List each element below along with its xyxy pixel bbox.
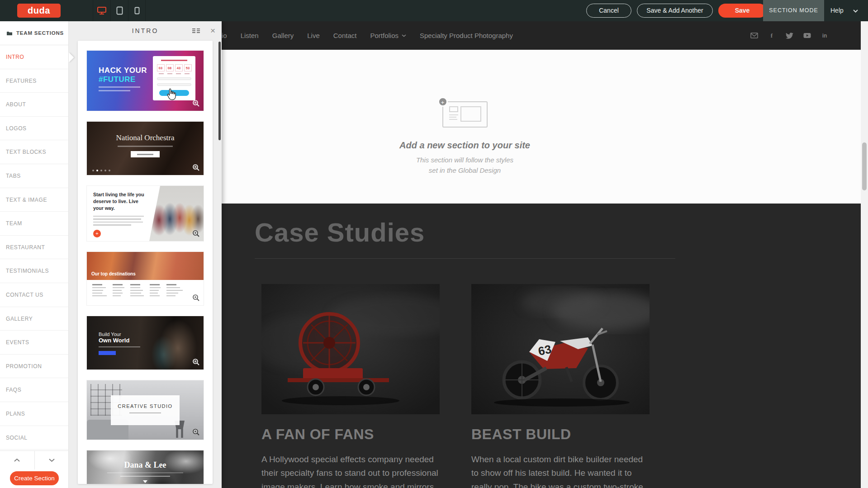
top-bar: duda Cancel Save & Add Another: [0, 0, 868, 21]
zoom-preview-icon[interactable]: [192, 428, 200, 436]
sidebar-item[interactable]: FEATURES: [0, 69, 68, 93]
sidebar-item[interactable]: ABOUT: [0, 93, 68, 117]
save-button[interactable]: Save: [718, 4, 766, 18]
thumb-title: Our top destinations: [91, 271, 136, 276]
sidebar-item[interactable]: SOCIAL: [0, 426, 68, 450]
sidebar-item[interactable]: CONTACT US: [0, 283, 68, 307]
sidebar-header: TEAM SECTIONS: [0, 21, 68, 45]
layout-view-icon[interactable]: [192, 28, 200, 34]
template-thumbnail-top-destinations[interactable]: Our top destinations: [87, 252, 204, 305]
thumb-button: [131, 151, 160, 157]
zoom-preview-icon[interactable]: [192, 294, 200, 302]
countdown-numbers: 03084353: [156, 64, 192, 71]
device-switcher: [93, 0, 146, 21]
zoom-preview-icon[interactable]: [192, 99, 200, 107]
sidebar-item[interactable]: TABS: [0, 164, 68, 188]
tablet-icon: [116, 6, 123, 15]
template-thumbnail-creative-studio[interactable]: CREATIVE STUDIO: [87, 380, 204, 440]
sidebar-header-label: TEAM SECTIONS: [16, 30, 64, 36]
zoom-preview-icon[interactable]: [192, 164, 200, 171]
desktop-icon: [97, 6, 107, 15]
sidebar-item[interactable]: TEXT & IMAGE: [0, 188, 68, 212]
case-study-text: A Hollywood special effects company need…: [261, 453, 440, 488]
sidebar-item[interactable]: LOGOS: [0, 117, 68, 141]
scroll-down-button[interactable]: [35, 451, 69, 469]
template-thumbnail-dana-and-lee[interactable]: Dana & Lee: [87, 450, 204, 484]
chevron-up-icon: [14, 458, 20, 462]
tablet-view-button[interactable]: [110, 0, 128, 21]
mobile-icon: [134, 7, 140, 14]
template-thumbnail-build-your-own-world[interactable]: Build Your Own World: [87, 316, 204, 370]
folder-icon: [6, 31, 13, 36]
thumb-title: Start living the life you deserve to liv…: [93, 191, 148, 212]
section-category-list: INTROFEATURESABOUTLOGOSTEXT BLOCKSTABSTE…: [0, 45, 68, 450]
sidebar-item[interactable]: INTRO: [0, 45, 68, 69]
site-nav-links: ioListenGalleryLiveContactPortfoliosSpec…: [222, 21, 513, 50]
create-section-button[interactable]: Create Section: [10, 471, 59, 485]
template-thumbnail-hack-your-future[interactable]: HACK YOUR #FUTURE 03084353: [87, 51, 204, 111]
thumb-title: Dana & Lee: [87, 460, 204, 470]
sidebar-pager: [0, 450, 69, 469]
carousel-dots: [92, 170, 110, 171]
zoom-preview-icon[interactable]: [192, 358, 200, 366]
signup-button: [159, 90, 189, 96]
chevron-down-icon[interactable]: [853, 9, 858, 13]
thumb-title-bold: Own World: [99, 337, 140, 344]
cancel-button[interactable]: Cancel: [586, 4, 631, 18]
save-add-another-button[interactable]: Save & Add Another: [637, 4, 713, 18]
svg-text:63: 63: [537, 342, 553, 358]
site-nav-link[interactable]: Specialty Product Photography: [420, 32, 513, 39]
site-nav-link[interactable]: Live: [307, 32, 320, 39]
template-thumbnail-national-orchestra[interactable]: National Orchestra: [87, 122, 204, 175]
sidebar-item[interactable]: TEXT BLOCKS: [0, 140, 68, 164]
desktop-view-button[interactable]: [93, 0, 110, 21]
section-mode-badge: SECTION MODE: [763, 0, 824, 21]
linkedin-icon[interactable]: in: [821, 33, 829, 39]
sidebar-item[interactable]: TEAM: [0, 212, 68, 236]
template-thumbnail-start-living[interactable]: Start living the life you deserve to liv…: [87, 186, 204, 241]
add-section-block: + Add a new section to your site This se…: [375, 50, 555, 175]
panel-header: INTRO ×: [69, 21, 222, 41]
site-nav-link[interactable]: Gallery: [272, 32, 294, 39]
site-nav-link[interactable]: Listen: [241, 32, 259, 39]
mobile-view-button[interactable]: [128, 0, 146, 21]
page-scrollbar-thumb[interactable]: [862, 142, 867, 190]
sidebar-item[interactable]: EVENTS: [0, 331, 68, 355]
fan-cart-image: [261, 284, 440, 414]
overlay-card: CREATIVE STUDIO: [111, 395, 180, 425]
case-study-card-fan: A FAN OF FANS A Hollywood special effect…: [261, 284, 440, 488]
sidebar-item[interactable]: RESTAURANT: [0, 236, 68, 260]
case-study-text: When a local custom dirt bike builder ne…: [471, 453, 650, 488]
sections-sidebar: TEAM SECTIONS INTROFEATURESABOUTLOGOSTEX…: [0, 21, 69, 488]
sidebar-item[interactable]: TESTIMONIALS: [0, 259, 68, 283]
dirt-bike-image: 63: [471, 284, 650, 414]
intro-sections-panel: INTRO × HACK YOUR #FUTURE: [69, 21, 222, 488]
add-section-title: Add a new section to your site: [375, 140, 555, 151]
sidebar-item[interactable]: FAQS: [0, 378, 68, 402]
close-icon[interactable]: ×: [210, 25, 215, 36]
twitter-icon[interactable]: [785, 33, 793, 39]
email-icon[interactable]: [750, 33, 758, 38]
panel-scrollbar-thumb[interactable]: [218, 42, 221, 140]
site-nav-link[interactable]: Portfolios: [370, 32, 406, 39]
youtube-icon[interactable]: [803, 33, 811, 38]
scroll-up-button[interactable]: [0, 451, 35, 469]
sidebar-item[interactable]: PLANS: [0, 402, 68, 426]
case-study-title: BEAST BUILD: [471, 426, 650, 443]
site-nav-link[interactable]: io: [222, 32, 227, 39]
facebook-icon[interactable]: f: [768, 32, 776, 39]
page-scrollbar[interactable]: [861, 21, 868, 488]
sidebar-item[interactable]: GALLERY: [0, 307, 68, 331]
signup-card: 03084353: [153, 56, 195, 100]
zoom-preview-icon[interactable]: [192, 230, 200, 237]
duda-editor: duda Cancel Save & Add Another: [0, 0, 868, 488]
duda-logo[interactable]: duda: [17, 4, 61, 18]
thumbnail-list: HACK YOUR #FUTURE 03084353: [87, 51, 204, 484]
thumb-title: Build Your: [99, 332, 140, 337]
help-menu[interactable]: Help: [830, 0, 844, 21]
site-nav-link[interactable]: Contact: [333, 32, 357, 39]
site-social-icons: f in: [750, 21, 829, 50]
thumbnail-list-card: HACK YOUR #FUTURE 03084353: [78, 41, 213, 484]
sidebar-item[interactable]: PROMOTION: [0, 355, 68, 379]
plus-icon: +: [93, 230, 101, 237]
